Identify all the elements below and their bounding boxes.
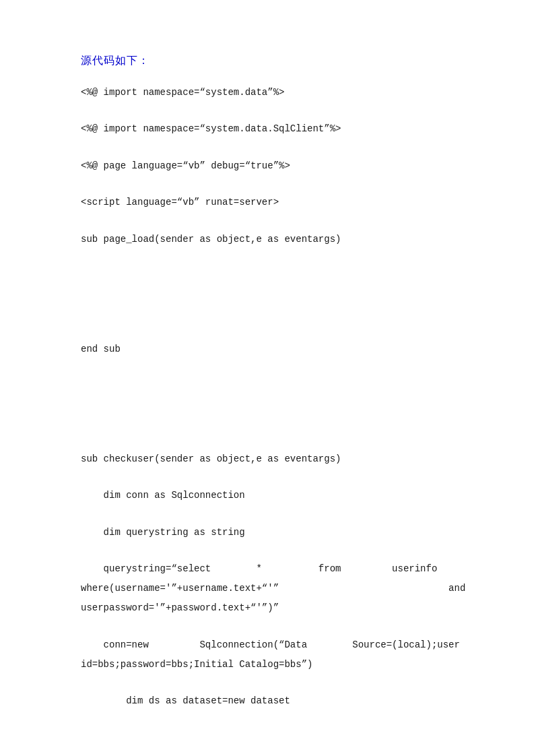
code-line-blank5 (81, 730, 467, 747)
code-line-import2: <%@ import namespace=“system.data.SqlCli… (81, 121, 467, 137)
code-line-querystring3: userpassword='”+password.text+“'”)” (81, 600, 467, 617)
code-line-checkuser: sub checkuser(sender as object,e as even… (81, 451, 467, 468)
code-line-blank1 (81, 267, 467, 284)
code-line-dimconn: dim conn as Sqlconnection (81, 487, 467, 504)
page-content: 源代码如下： <%@ import namespace=“system.data… (0, 0, 534, 756)
code-line-dimds: dim ds as dataset=new dataset (81, 693, 467, 710)
code-line-blank4 (81, 414, 467, 431)
code-block: <%@ import namespace=“system.data”%> <%@… (81, 84, 467, 756)
code-line-script: <script language=“vb” runat=server> (81, 194, 467, 211)
code-line-dimquery: dim querystring as string (81, 524, 467, 541)
code-line-pageload: sub page_load(sender as object,e as even… (81, 231, 467, 248)
code-line-querystring2: where(username='”+username.text+“'” and (81, 580, 467, 597)
code-line-endsub1: end sub (81, 341, 467, 358)
code-line-page: <%@ page language=“vb” debug=“true”%> (81, 158, 467, 175)
code-line-import1: <%@ import namespace=“system.data”%> (81, 84, 467, 101)
code-line-querystring1: querystring=“select * from userinfo (81, 561, 467, 577)
code-line-conn1: conn=new Sqlconnection(“Data Source=(loc… (81, 637, 467, 654)
section-title: 源代码如下： (81, 54, 467, 68)
code-line-blank2 (81, 304, 467, 321)
code-line-conn2: id=bbs;password=bbs;Initial Catalog=bbs”… (81, 656, 467, 673)
code-line-blank3 (81, 377, 467, 394)
